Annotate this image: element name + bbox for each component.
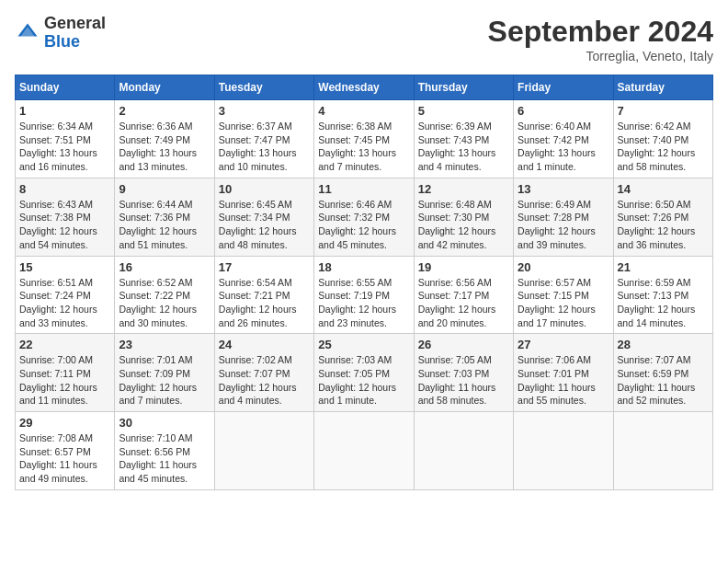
day-number: 5 — [418, 104, 509, 118]
day-number: 3 — [219, 104, 310, 118]
calendar-week-row: 8Sunrise: 6:43 AMSunset: 7:38 PMDaylight… — [16, 178, 713, 256]
calendar-cell: 7Sunrise: 6:42 AMSunset: 7:40 PMDaylight… — [613, 100, 712, 178]
col-header-thursday: Thursday — [414, 75, 513, 100]
col-header-tuesday: Tuesday — [214, 75, 313, 100]
calendar-header-row: SundayMondayTuesdayWednesdayThursdayFrid… — [16, 75, 713, 100]
day-info: Sunrise: 6:40 AMSunset: 7:42 PMDaylight:… — [518, 120, 609, 174]
calendar-cell — [214, 412, 313, 490]
day-number: 21 — [618, 260, 709, 274]
logo-text: General Blue — [44, 15, 106, 52]
calendar-cell: 20Sunrise: 6:57 AMSunset: 7:15 PMDayligh… — [514, 256, 613, 334]
day-info: Sunrise: 6:56 AMSunset: 7:17 PMDaylight:… — [418, 276, 509, 330]
day-number: 12 — [418, 182, 509, 196]
day-number: 28 — [618, 338, 709, 351]
calendar-cell: 19Sunrise: 6:56 AMSunset: 7:17 PMDayligh… — [414, 256, 513, 334]
day-info: Sunrise: 6:49 AMSunset: 7:28 PMDaylight:… — [518, 198, 609, 252]
page-header: General Blue September 2024 Torreglia, V… — [15, 15, 713, 63]
day-number: 19 — [418, 260, 509, 274]
day-info: Sunrise: 6:45 AMSunset: 7:34 PMDaylight:… — [219, 198, 310, 252]
day-info: Sunrise: 7:01 AMSunset: 7:09 PMDaylight:… — [119, 353, 210, 408]
day-info: Sunrise: 6:57 AMSunset: 7:15 PMDaylight:… — [518, 276, 609, 330]
calendar-cell: 13Sunrise: 6:49 AMSunset: 7:28 PMDayligh… — [514, 178, 613, 256]
day-info: Sunrise: 6:38 AMSunset: 7:45 PMDaylight:… — [318, 120, 409, 174]
logo-icon — [15, 20, 40, 46]
day-number: 8 — [19, 182, 110, 196]
calendar-cell: 8Sunrise: 6:43 AMSunset: 7:38 PMDaylight… — [16, 178, 115, 256]
calendar-cell: 16Sunrise: 6:52 AMSunset: 7:22 PMDayligh… — [115, 256, 214, 334]
calendar-cell: 1Sunrise: 6:34 AMSunset: 7:51 PMDaylight… — [16, 100, 115, 178]
day-number: 9 — [119, 182, 210, 196]
logo-general: General — [44, 15, 106, 33]
calendar-cell: 25Sunrise: 7:03 AMSunset: 7:05 PMDayligh… — [314, 334, 414, 412]
calendar-cell: 4Sunrise: 6:38 AMSunset: 7:45 PMDaylight… — [314, 100, 414, 178]
calendar-cell: 24Sunrise: 7:02 AMSunset: 7:07 PMDayligh… — [214, 334, 313, 412]
calendar-cell: 21Sunrise: 6:59 AMSunset: 7:13 PMDayligh… — [613, 256, 712, 334]
day-number: 13 — [518, 182, 609, 196]
calendar-cell: 26Sunrise: 7:05 AMSunset: 7:03 PMDayligh… — [414, 334, 513, 412]
calendar-cell: 28Sunrise: 7:07 AMSunset: 6:59 PMDayligh… — [613, 334, 712, 412]
calendar-cell: 30Sunrise: 7:10 AMSunset: 6:56 PMDayligh… — [115, 412, 214, 490]
location: Torreglia, Veneto, Italy — [488, 49, 713, 63]
day-info: Sunrise: 6:50 AMSunset: 7:26 PMDaylight:… — [618, 198, 709, 252]
calendar-cell — [414, 412, 513, 490]
day-info: Sunrise: 6:43 AMSunset: 7:38 PMDaylight:… — [19, 198, 110, 252]
day-info: Sunrise: 6:34 AMSunset: 7:51 PMDaylight:… — [19, 120, 110, 174]
calendar-cell: 17Sunrise: 6:54 AMSunset: 7:21 PMDayligh… — [214, 256, 313, 334]
calendar-cell: 27Sunrise: 7:06 AMSunset: 7:01 PMDayligh… — [514, 334, 613, 412]
calendar-cell: 29Sunrise: 7:08 AMSunset: 6:57 PMDayligh… — [16, 412, 115, 490]
day-info: Sunrise: 6:59 AMSunset: 7:13 PMDaylight:… — [618, 276, 709, 330]
day-info: Sunrise: 6:46 AMSunset: 7:32 PMDaylight:… — [318, 198, 409, 252]
calendar-cell: 15Sunrise: 6:51 AMSunset: 7:24 PMDayligh… — [16, 256, 115, 334]
day-number: 10 — [219, 182, 310, 196]
day-number: 6 — [518, 104, 609, 118]
day-number: 23 — [119, 338, 210, 351]
calendar-cell: 14Sunrise: 6:50 AMSunset: 7:26 PMDayligh… — [613, 178, 712, 256]
day-number: 24 — [219, 338, 310, 351]
day-number: 2 — [119, 104, 210, 118]
calendar-cell — [613, 412, 712, 490]
day-info: Sunrise: 7:00 AMSunset: 7:11 PMDaylight:… — [19, 353, 110, 408]
day-number: 27 — [518, 338, 609, 351]
month-title: September 2024 — [488, 15, 713, 49]
day-number: 16 — [119, 260, 210, 274]
day-number: 25 — [318, 338, 409, 351]
calendar-cell: 2Sunrise: 6:36 AMSunset: 7:49 PMDaylight… — [115, 100, 214, 178]
calendar-cell: 9Sunrise: 6:44 AMSunset: 7:36 PMDaylight… — [115, 178, 214, 256]
calendar-cell: 23Sunrise: 7:01 AMSunset: 7:09 PMDayligh… — [115, 334, 214, 412]
day-info: Sunrise: 6:54 AMSunset: 7:21 PMDaylight:… — [219, 276, 310, 330]
calendar-cell: 12Sunrise: 6:48 AMSunset: 7:30 PMDayligh… — [414, 178, 513, 256]
day-number: 17 — [219, 260, 310, 274]
calendar-cell: 3Sunrise: 6:37 AMSunset: 7:47 PMDaylight… — [214, 100, 313, 178]
day-number: 7 — [618, 104, 709, 118]
day-number: 1 — [19, 104, 110, 118]
calendar-cell: 6Sunrise: 6:40 AMSunset: 7:42 PMDaylight… — [514, 100, 613, 178]
day-number: 26 — [418, 338, 509, 351]
calendar-table: SundayMondayTuesdayWednesdayThursdayFrid… — [15, 75, 713, 490]
day-info: Sunrise: 6:52 AMSunset: 7:22 PMDaylight:… — [119, 276, 210, 330]
col-header-monday: Monday — [115, 75, 214, 100]
day-info: Sunrise: 7:07 AMSunset: 6:59 PMDaylight:… — [618, 353, 709, 408]
day-number: 22 — [19, 338, 110, 351]
day-info: Sunrise: 6:44 AMSunset: 7:36 PMDaylight:… — [119, 198, 210, 252]
day-info: Sunrise: 6:48 AMSunset: 7:30 PMDaylight:… — [418, 198, 509, 252]
logo-blue: Blue — [44, 33, 106, 52]
day-info: Sunrise: 7:06 AMSunset: 7:01 PMDaylight:… — [518, 353, 609, 408]
calendar-week-row: 1Sunrise: 6:34 AMSunset: 7:51 PMDaylight… — [16, 100, 713, 178]
day-number: 20 — [518, 260, 609, 274]
calendar-week-row: 15Sunrise: 6:51 AMSunset: 7:24 PMDayligh… — [16, 256, 713, 334]
calendar-cell — [514, 412, 613, 490]
day-info: Sunrise: 7:10 AMSunset: 6:56 PMDaylight:… — [119, 431, 210, 486]
calendar-week-row: 22Sunrise: 7:00 AMSunset: 7:11 PMDayligh… — [16, 334, 713, 412]
day-number: 15 — [19, 260, 110, 274]
day-info: Sunrise: 7:08 AMSunset: 6:57 PMDaylight:… — [19, 431, 110, 486]
day-info: Sunrise: 6:42 AMSunset: 7:40 PMDaylight:… — [618, 120, 709, 174]
day-info: Sunrise: 7:02 AMSunset: 7:07 PMDaylight:… — [219, 353, 310, 408]
day-number: 11 — [318, 182, 409, 196]
day-info: Sunrise: 6:39 AMSunset: 7:43 PMDaylight:… — [418, 120, 509, 174]
col-header-saturday: Saturday — [613, 75, 712, 100]
day-number: 14 — [618, 182, 709, 196]
day-number: 4 — [318, 104, 409, 118]
day-number: 29 — [19, 416, 110, 430]
day-number: 18 — [318, 260, 409, 274]
calendar-cell: 18Sunrise: 6:55 AMSunset: 7:19 PMDayligh… — [314, 256, 414, 334]
